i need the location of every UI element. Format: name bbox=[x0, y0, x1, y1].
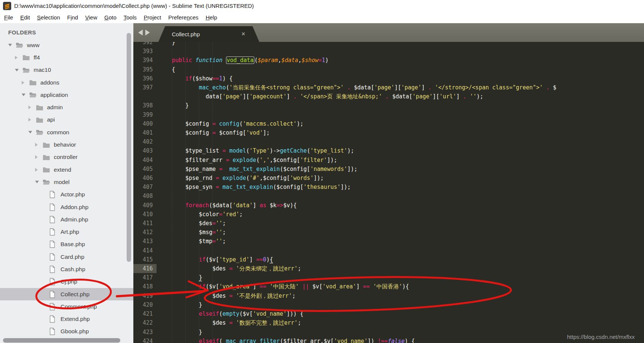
line-number: 400 bbox=[133, 119, 157, 128]
tree-item-extend[interactable]: extend bbox=[0, 163, 133, 176]
tab-collect-php[interactable]: Collect.php × bbox=[158, 26, 259, 42]
expand-arrow-icon[interactable] bbox=[22, 81, 24, 85]
line-number: 423 bbox=[133, 328, 157, 337]
collapse-arrow-icon[interactable] bbox=[15, 69, 19, 71]
tree-item-label: www bbox=[27, 42, 40, 49]
line-number: 411 bbox=[133, 219, 157, 228]
tree-item-www[interactable]: www bbox=[0, 39, 133, 51]
menu-item-tools[interactable]: Tools bbox=[121, 13, 139, 22]
menu-bar: FileEditSelectionFindViewGotoToolsProjec… bbox=[0, 11, 644, 23]
tree-item-label: common bbox=[47, 129, 69, 136]
code-lines: 392 }393394 public function vod_data($pa… bbox=[133, 42, 644, 343]
tree-item-cj-php[interactable]: Cj.php bbox=[0, 276, 133, 288]
line-number: 424 bbox=[133, 337, 157, 343]
expand-arrow-icon[interactable] bbox=[35, 155, 38, 159]
expand-arrow-icon[interactable] bbox=[35, 143, 38, 147]
tree-item-model[interactable]: model bbox=[0, 176, 133, 188]
expand-arrow-icon[interactable] bbox=[15, 56, 18, 59]
line-number: 395 bbox=[133, 65, 157, 74]
tree-item-comment-php[interactable]: Comment.php bbox=[0, 300, 133, 313]
menu-item-edit[interactable]: Edit bbox=[18, 13, 32, 22]
tree-item-cash-php[interactable]: Cash.php bbox=[0, 263, 133, 275]
tree-item-label: ff4 bbox=[34, 54, 40, 61]
collapse-arrow-icon[interactable] bbox=[28, 131, 32, 134]
expand-arrow-icon[interactable] bbox=[28, 105, 31, 109]
code-line: 415 if($v['type_id'] ==0){ bbox=[133, 255, 644, 264]
expand-arrow-icon[interactable] bbox=[35, 168, 38, 172]
line-number: 393 bbox=[133, 47, 157, 56]
code-line: 410 $color='red'; bbox=[133, 210, 644, 219]
tree-item-label: Base.php bbox=[61, 241, 85, 248]
tree-item-extend-php[interactable]: Extend.php bbox=[0, 313, 133, 325]
menu-item-view[interactable]: View bbox=[83, 13, 100, 22]
tree-item-gbook-php[interactable]: Gbook.php bbox=[0, 325, 133, 338]
folder-open-icon bbox=[22, 67, 34, 73]
tree-item-admin-php[interactable]: Admin.php bbox=[0, 213, 133, 226]
collapse-arrow-icon[interactable] bbox=[22, 94, 25, 96]
line-number: 417 bbox=[133, 273, 157, 282]
tree-item-label: Extend.php bbox=[61, 316, 90, 322]
tree-item-actor-php[interactable]: Actor.php bbox=[0, 189, 133, 201]
expand-arrow-icon[interactable] bbox=[28, 118, 31, 122]
menu-item-project[interactable]: Project bbox=[141, 13, 164, 22]
nav-back-icon[interactable] bbox=[138, 30, 143, 36]
nav-forward-icon[interactable] bbox=[145, 30, 150, 36]
tree-item-label: Addon.php bbox=[61, 204, 89, 211]
tab-close-icon[interactable]: × bbox=[242, 31, 245, 37]
tree-item-controller[interactable]: controller bbox=[0, 151, 133, 163]
tree-item-card-php[interactable]: Card.php bbox=[0, 251, 133, 263]
tree-item-ff4[interactable]: ff4 bbox=[0, 51, 133, 64]
tree-item-art-php[interactable]: Art.php bbox=[0, 226, 133, 238]
code-editor[interactable]: 392 }393394 public function vod_data($pa… bbox=[133, 42, 644, 343]
menu-item-file[interactable]: File bbox=[1, 13, 16, 22]
tree-item-application[interactable]: application bbox=[0, 89, 133, 101]
code-line: 406 $pse_rnd = explode('#',$config['word… bbox=[133, 174, 644, 183]
tree-item-label: admin bbox=[47, 104, 63, 111]
folder-icon bbox=[22, 54, 34, 61]
tree-item-mac10[interactable]: mac10 bbox=[0, 64, 133, 76]
line-number: 409 bbox=[133, 201, 157, 210]
sidebar-horizontal-scrollbar[interactable] bbox=[3, 338, 120, 343]
tree-item-collect-php[interactable]: Collect.php bbox=[0, 288, 133, 300]
file-icon bbox=[49, 328, 61, 335]
file-icon bbox=[49, 253, 61, 261]
tree-item-label: addons bbox=[40, 79, 59, 86]
collapse-arrow-icon[interactable] bbox=[8, 44, 12, 46]
tree-item-api[interactable]: api bbox=[0, 114, 133, 126]
line-number: 405 bbox=[133, 165, 157, 174]
tree-item-label: model bbox=[54, 179, 69, 186]
line-number: 404 bbox=[133, 156, 157, 165]
tree-item-base-php[interactable]: Base.php bbox=[0, 238, 133, 251]
line-number: 392 bbox=[133, 42, 157, 47]
menu-item-goto[interactable]: Goto bbox=[102, 13, 119, 22]
menu-item-selection[interactable]: Selection bbox=[34, 13, 63, 22]
file-icon bbox=[49, 228, 61, 236]
tree-item-label: Gbook.php bbox=[61, 328, 89, 335]
line-number: 402 bbox=[133, 137, 157, 146]
collapse-arrow-icon[interactable] bbox=[35, 181, 39, 183]
tree-item-common[interactable]: common bbox=[0, 126, 133, 138]
folder-icon bbox=[43, 154, 54, 160]
line-number: 394 bbox=[133, 56, 157, 65]
line-number: 401 bbox=[133, 128, 157, 137]
code-line: 412 $msg=''; bbox=[133, 228, 644, 237]
code-line: 399 bbox=[133, 110, 644, 119]
tree-item-behavior[interactable]: behavior bbox=[0, 138, 133, 151]
line-number: 414 bbox=[133, 246, 157, 255]
tree-item-addons[interactable]: addons bbox=[0, 76, 133, 89]
sublime-text-icon bbox=[3, 2, 11, 10]
indent-guide bbox=[172, 42, 172, 343]
sidebar: FOLDERS wwwff4mac10addonsapplicationadmi… bbox=[0, 23, 133, 343]
menu-item-find[interactable]: Find bbox=[65, 13, 81, 22]
sidebar-vertical-scrollbar[interactable] bbox=[127, 33, 131, 262]
line-number: 398 bbox=[133, 101, 157, 110]
menu-item-help[interactable]: Help bbox=[203, 13, 220, 22]
file-icon bbox=[49, 203, 61, 211]
line-number: 418 bbox=[133, 282, 157, 291]
indent-guide bbox=[199, 42, 199, 343]
line-number: 403 bbox=[133, 146, 157, 155]
folder-icon bbox=[43, 142, 54, 148]
menu-item-preferences[interactable]: Preferences bbox=[165, 13, 201, 22]
tree-item-admin[interactable]: admin bbox=[0, 101, 133, 113]
tree-item-addon-php[interactable]: Addon.php bbox=[0, 201, 133, 213]
